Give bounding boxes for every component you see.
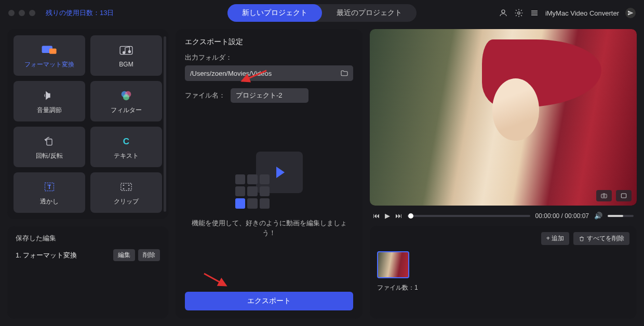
watermark-icon: T <box>41 180 58 194</box>
tool-label: 回転/反転 <box>36 152 62 160</box>
tool-volume[interactable]: 音量調節 <box>14 81 85 121</box>
svg-point-1 <box>518 12 520 15</box>
volume-icon <box>41 88 58 103</box>
svg-point-12 <box>123 94 129 100</box>
grid-icon <box>235 174 270 209</box>
fullscreen-icon[interactable] <box>616 190 632 201</box>
trial-days-label: 残りの使用日数：13日 <box>46 8 114 18</box>
delete-all-button[interactable]: すべてを削除 <box>573 232 629 245</box>
edit-saved-button[interactable]: 編集 <box>113 249 135 261</box>
tab-new-project[interactable]: 新しいプロジェクト <box>227 4 322 22</box>
preview-column: ⏮ ▶ ⏭ 00:00:00 / 00:00:07 🔊 + 追加 すべてを削除 … <box>370 29 637 319</box>
tool-text[interactable]: Cテキスト <box>90 127 162 167</box>
player-controls: ⏮ ▶ ⏭ 00:00:00 / 00:00:07 🔊 <box>370 212 637 220</box>
account-icon[interactable] <box>499 8 508 18</box>
preview-frame <box>370 29 637 206</box>
export-hint-text: 機能を使用して、好きのように動画を編集しましょう！ <box>185 218 353 238</box>
close-window-icon[interactable] <box>8 10 15 16</box>
tool-watermark[interactable]: T透かし <box>14 172 85 213</box>
svg-text:T: T <box>48 184 51 190</box>
main-area: フォーマット変換BGM音量調節フィルター回転/反転CテキストT透かしクリップ 保… <box>0 26 644 326</box>
svg-rect-6 <box>49 48 57 53</box>
next-icon[interactable]: ⏭ <box>395 212 402 220</box>
file-count-label: ファイル数：1 <box>377 283 629 292</box>
maximize-window-icon[interactable] <box>29 10 35 16</box>
svg-rect-17 <box>121 183 131 191</box>
tool-bgm[interactable]: BGM <box>90 35 162 76</box>
format-icon <box>41 43 58 57</box>
tool-label: フィルター <box>111 106 142 115</box>
prev-icon[interactable]: ⏮ <box>373 212 380 220</box>
tool-format[interactable]: フォーマット変換 <box>14 35 85 76</box>
svg-point-0 <box>502 10 505 13</box>
tool-grid-panel: フォーマット変換BGM音量調節フィルター回転/反転CテキストT透かしクリップ <box>7 29 168 219</box>
tool-label: BGM <box>119 61 133 68</box>
output-folder-label: 出力フォルダ： <box>185 53 353 62</box>
tool-clip[interactable]: クリップ <box>90 172 162 213</box>
text-icon: C <box>117 134 135 148</box>
menu-icon[interactable] <box>530 8 539 18</box>
snapshot-icon[interactable] <box>596 190 612 201</box>
video-preview[interactable] <box>370 29 637 206</box>
clip-thumbnail[interactable] <box>377 251 409 278</box>
svg-point-9 <box>128 50 130 52</box>
time-display: 00:00:00 / 00:00:07 <box>535 212 589 220</box>
gear-icon[interactable] <box>514 8 524 18</box>
scrollbar[interactable] <box>164 36 166 212</box>
topbar: 残りの使用日数：13日 新しいプロジェクト 最近のプロジェクト iMyMac V… <box>0 0 644 26</box>
svg-text:C: C <box>123 136 129 146</box>
filter-icon <box>117 88 135 103</box>
tab-recent-projects[interactable]: 最近のプロジェクト <box>322 4 417 22</box>
svg-rect-24 <box>601 194 607 198</box>
project-tabs: 新しいプロジェクト 最近のプロジェクト <box>227 4 417 22</box>
export-title: エクスポート設定 <box>185 37 353 47</box>
share-icon[interactable] <box>625 8 636 18</box>
tool-label: 音量調節 <box>37 106 62 115</box>
saved-edits-panel: 保存した編集 1. フォーマット変換 編集 削除 <box>7 226 168 319</box>
saved-edit-row: 1. フォーマット変換 編集 削除 <box>16 249 160 261</box>
add-clip-button[interactable]: + 追加 <box>541 232 569 245</box>
svg-rect-13 <box>47 139 52 145</box>
svg-point-21 <box>128 188 129 189</box>
topbar-right: iMyMac Video Converter <box>499 8 636 18</box>
bgm-icon <box>117 43 135 58</box>
tool-rotate[interactable]: 回転/反転 <box>14 127 85 167</box>
export-illustration: 機能を使用して、好きのように動画を編集しましょう！ <box>185 103 353 287</box>
minimize-window-icon[interactable] <box>19 10 25 16</box>
rotate-icon <box>41 134 58 148</box>
saved-edit-label: 1. フォーマット変換 <box>16 251 77 260</box>
svg-point-19 <box>128 184 129 185</box>
timeline-slider[interactable] <box>407 215 530 217</box>
svg-point-25 <box>603 195 605 197</box>
export-button[interactable]: エクスポート <box>185 292 353 310</box>
saved-edits-header: 保存した編集 <box>16 234 160 243</box>
tool-label: 透かし <box>40 197 59 206</box>
delete-saved-button[interactable]: 削除 <box>138 249 160 261</box>
output-folder-field[interactable]: /Users/zoen/Movies/Videos <box>185 65 353 81</box>
app-name-label: iMyMac Video Converter <box>545 9 619 17</box>
output-folder-path: /Users/zoen/Movies/Videos <box>190 70 272 77</box>
window-controls <box>8 10 35 16</box>
tool-label: テキスト <box>114 152 139 160</box>
delete-all-label: すべてを削除 <box>587 234 624 243</box>
browse-folder-icon[interactable] <box>340 69 349 77</box>
sidebar: フォーマット変換BGM音量調節フィルター回転/反転CテキストT透かしクリップ 保… <box>7 29 168 319</box>
volume-slider[interactable] <box>608 215 634 217</box>
filename-input[interactable] <box>231 88 308 103</box>
tool-label: クリップ <box>114 197 139 206</box>
clip-icon <box>117 180 135 194</box>
tool-filter[interactable]: フィルター <box>90 81 162 121</box>
filename-label: ファイル名： <box>185 91 225 100</box>
export-panel: エクスポート設定 出力フォルダ： /Users/zoen/Movies/Vide… <box>176 29 363 319</box>
tool-label: フォーマット変換 <box>24 60 74 69</box>
clips-panel: + 追加 すべてを削除 ファイル数：1 <box>370 226 637 319</box>
svg-point-20 <box>123 188 124 189</box>
play-icon[interactable]: ▶ <box>385 212 390 220</box>
volume-icon[interactable]: 🔊 <box>594 212 602 220</box>
svg-rect-26 <box>621 194 626 198</box>
svg-point-18 <box>123 184 124 185</box>
